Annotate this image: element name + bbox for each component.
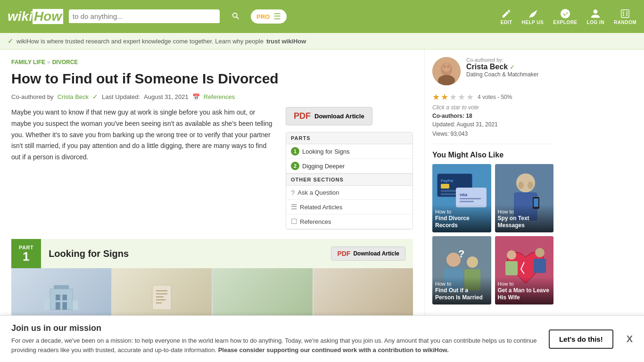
part-1-label[interactable]: Looking for Signs [302, 148, 349, 155]
references-link[interactable]: References [204, 93, 235, 100]
star-1[interactable]: ★ [432, 92, 440, 102]
related-item-man-leave[interactable]: How to Get a Man to Leave His Wife [495, 236, 554, 304]
logo-how: How [33, 9, 63, 24]
svg-rect-8 [50, 289, 73, 310]
logo-link[interactable]: wikiHow [8, 9, 63, 24]
updated-label: Last Updated: [102, 93, 140, 100]
part-2-item[interactable]: 2 Digging Deeper [286, 159, 413, 173]
related-title-1: Find Divorce Records [435, 215, 488, 230]
author-info: Co-authored by: Crista Beck ✓ Dating Coa… [466, 57, 553, 78]
dice-icon [620, 8, 630, 19]
svg-rect-16 [152, 285, 171, 310]
related-how-to-2: How to [498, 208, 551, 215]
download-label: Download Article [314, 113, 364, 120]
nav-explore[interactable]: EXPLORE [553, 8, 577, 25]
related-articles-item[interactable]: ☰ Related Articles [286, 200, 413, 214]
notification-close-button[interactable]: X [627, 334, 633, 335]
svg-point-27 [447, 65, 450, 68]
ask-question-label: Ask a Question [297, 189, 339, 196]
part-2-label[interactable]: Digging Deeper [302, 163, 345, 170]
search-button[interactable] [225, 8, 245, 25]
ask-question-item[interactable]: ? Ask a Question [286, 186, 413, 200]
nav-edit[interactable]: EDIT [501, 8, 512, 25]
nav-login[interactable]: LOG IN [587, 8, 604, 25]
main-layout: FAMILY LIFE » DIVORCE How to Find out if… [0, 49, 644, 334]
sidebar-verified-icon: ✓ [510, 64, 515, 71]
pro-badge[interactable]: PRO ☰ [251, 9, 287, 24]
part-2-num: 2 [291, 162, 299, 170]
star-2[interactable]: ★ [441, 92, 448, 102]
parts-list: 1 Looking for Signs 2 Digging Deeper [286, 144, 413, 173]
updated-row: Updated: August 31, 2021 [432, 121, 553, 128]
svg-rect-58 [534, 259, 546, 273]
nav-random[interactable]: RANDOM [614, 8, 636, 25]
article-body-row: Maybe you want to know if that new guy a… [11, 107, 413, 230]
trust-check-icon: ✓ [8, 37, 14, 45]
svg-rect-10 [56, 295, 60, 300]
pencil-icon [501, 8, 512, 19]
svg-point-5 [626, 15, 627, 16]
compass-icon [560, 8, 570, 19]
stars[interactable]: ★ ★ ★ ★ ★ [432, 92, 474, 102]
trust-link[interactable]: trust wikiHow [266, 38, 306, 45]
related-title-4: Get a Man to Leave His Wife [498, 287, 551, 302]
coauthors-count: Co-authors: 18 [432, 113, 472, 119]
notification-cta-button[interactable]: Let's do this! [549, 329, 613, 335]
sidebar-author-title: Dating Coach & Matchmaker [466, 71, 553, 78]
svg-text:?: ? [458, 248, 464, 260]
logo-wiki: wiki [8, 9, 33, 24]
article-meta: Co-authored by Crista Beck ✓ Last Update… [11, 93, 413, 100]
part-1-item[interactable]: 1 Looking for Signs [286, 144, 413, 159]
related-overlay-2: How to Spy on Text Messages [495, 205, 554, 232]
views-row: Views: 93,043 [432, 131, 553, 137]
author-avatar [432, 57, 461, 85]
related-item-find-married[interactable]: ? How to Find Out if a Person Is Married [432, 236, 491, 304]
svg-point-4 [623, 15, 624, 16]
star-5[interactable]: ★ [466, 92, 474, 102]
related-item-spy-text[interactable]: How to Spy on Text Messages [495, 164, 554, 232]
search-icon [231, 11, 239, 20]
svg-point-49 [467, 256, 478, 268]
star-3[interactable]: ★ [449, 92, 457, 102]
related-grid: PayPal VISA How to Find Divorce Records [432, 164, 553, 304]
trust-text: wikiHow is where trusted research and ex… [17, 38, 264, 45]
author-avatar-img [432, 57, 461, 85]
building-illustration [42, 278, 80, 315]
part-1-section: Part 1 Looking for Signs PDF Download Ar… [11, 239, 413, 268]
svg-rect-32 [441, 184, 449, 189]
star-4[interactable]: ★ [458, 92, 465, 102]
rating-row: ★ ★ ★ ★ ★ 4 votes - 50% Click a star to … [432, 92, 553, 144]
download-part-button[interactable]: PDF Download Article [331, 247, 405, 261]
trust-bar: ✓ wikiHow is where trusted research and … [0, 33, 644, 49]
download-part-label: Download Article [353, 250, 399, 257]
search-input[interactable] [73, 12, 216, 20]
svg-rect-56 [505, 261, 518, 275]
download-article-button[interactable]: PDF Download Article [286, 107, 372, 125]
coauthors-row: Co-authors: 18 [432, 113, 553, 119]
hamburger-icon: ☰ [273, 11, 281, 22]
svg-point-7 [626, 13, 627, 14]
svg-point-2 [623, 11, 624, 12]
nav-help[interactable]: HELP US [522, 8, 544, 25]
search-bar [69, 9, 220, 24]
svg-rect-12 [56, 302, 60, 310]
pdf-icon: PDF [294, 111, 311, 121]
references-item[interactable]: ☐ References [286, 214, 413, 229]
author-link[interactable]: Crista Beck [58, 93, 89, 100]
svg-point-42 [518, 181, 524, 189]
svg-point-43 [528, 181, 533, 189]
breadcrumb-divorce[interactable]: DIVORCE [52, 59, 78, 66]
svg-rect-1 [621, 9, 629, 17]
svg-rect-15 [73, 300, 78, 310]
related-articles-label: Related Articles [300, 204, 342, 211]
related-overlay-4: How to Get a Man to Leave His Wife [495, 277, 554, 304]
notification-text-block: Join us in our mission For over a decade… [11, 323, 539, 334]
breadcrumb-family[interactable]: FAMILY LIFE [11, 59, 45, 66]
related-title-2: Spy on Text Messages [498, 215, 551, 230]
related-title-3: Find Out if a Person Is Married [435, 287, 488, 302]
svg-point-3 [626, 11, 627, 12]
references-item-label: References [300, 218, 331, 225]
related-item-divorce-records[interactable]: PayPal VISA How to Find Divorce Records [432, 164, 491, 232]
updated-date: August 31, 2021 [144, 93, 189, 100]
sidebar-author-name[interactable]: Crista Beck [466, 63, 508, 71]
